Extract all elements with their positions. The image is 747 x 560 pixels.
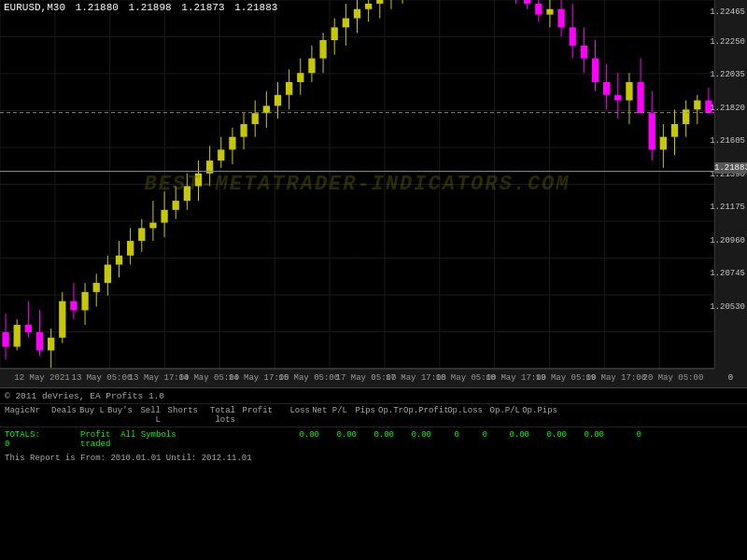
zero-label: 0 (714, 369, 747, 387)
report-note: This Report is From: 2010.01.01 Until: 2… (0, 452, 747, 465)
data-row: TOTALS: 0 Profit All Symbols traded 0.00… (0, 427, 747, 452)
symbol-timeframe: EURUSD (4, 2, 41, 13)
column-headers: MagicNr Deals Buy L Buy's Sell L Shorts … (0, 404, 747, 427)
current-price-line (0, 171, 714, 172)
row-loss: 0.00 (357, 430, 394, 449)
tf-label: M30 (47, 2, 65, 13)
col-optr-header: Op.Tr (375, 406, 403, 425)
time-label: 20 May 05:00 (643, 373, 704, 383)
col-loss-header: Loss (273, 406, 310, 425)
price-level-label: 1.22250 (710, 37, 745, 47)
price-level-label: 1.21605 (710, 136, 745, 146)
col-shorts-header: Shorts (161, 406, 198, 425)
row-deals (47, 430, 77, 449)
row-netpl: 0.00 (394, 430, 431, 449)
time-label: 13 May 05:00 (72, 373, 133, 383)
col-oppips-header: Op.Pips (520, 406, 557, 425)
col-lots-header: Total lots (198, 406, 235, 425)
col-sell-header: Sell L (133, 406, 161, 425)
col-netpl-header: Net P/L (310, 406, 347, 425)
col-deals-header: Deals (47, 406, 77, 425)
row-optr: 0 (459, 430, 487, 449)
price-level-label: 1.20745 (710, 269, 745, 278)
row-oploss: 0.00 (529, 430, 567, 449)
price-level-label: 1.22465 (710, 7, 745, 17)
col-magic-header: MagicNr (5, 406, 47, 425)
chart-container: EURUSD,M30 1.21880 1.21898 1.21873 1.218… (0, 0, 747, 560)
row-pips: 0 (431, 430, 459, 449)
chart-area: BEST-METATRADER-INDICATORS.COM (0, 0, 714, 369)
time-label: 19 May 17:00 (585, 373, 646, 383)
price-level-label: 1.22035 (710, 70, 745, 79)
price-level-label: 1.21820 (710, 104, 745, 113)
current-price-badge: 1.21883 (714, 162, 747, 174)
row-profit: 0.00 (319, 430, 357, 449)
col-buys-header: Buy's (105, 406, 133, 425)
row-oppips: 0 (604, 430, 641, 449)
watermark: BEST-METATRADER-INDICATORS.COM (144, 173, 570, 196)
col-buyl-header: Buy L (77, 406, 105, 425)
row-oppl: 0.00 (567, 430, 604, 449)
chart-header: EURUSD,M30 1.21880 1.21898 1.21873 1.218… (4, 2, 277, 13)
price-level-label: 1.21175 (710, 203, 745, 212)
row-buyl: Profit All Symbols traded (77, 430, 189, 449)
price-level-label: 1.20530 (710, 302, 745, 312)
price-high: 1.21898 (128, 2, 171, 13)
price-axis: 1.224651.222501.220351.218201.216051.213… (714, 0, 747, 369)
price-close: 1.21883 (234, 2, 277, 13)
price-low: 1.21873 (181, 2, 224, 13)
row-lots: 0.00 (282, 430, 319, 449)
ea-title: © 2011 deVries, EA Profits 1.0 (0, 388, 747, 404)
row-sell (217, 430, 245, 449)
row-buys (189, 430, 217, 449)
row-magic: TOTALS: 0 (5, 430, 47, 449)
time-label: 15 May 05:00 (278, 373, 339, 383)
info-panel: © 2011 deVries, EA Profits 1.0 MagicNr D… (0, 387, 747, 560)
price-open: 1.21880 (76, 2, 119, 13)
col-oploss-header: Op.Loss (445, 406, 483, 425)
row-opprofit: 0.00 (487, 430, 529, 449)
col-oppl-header: Op.P/L (483, 406, 520, 425)
col-pips-header: Pips (347, 406, 375, 425)
time-axis: 12 May 202113 May 05:0013 May 17:0014 Ma… (0, 369, 714, 387)
price-level-label: 1.20960 (710, 236, 745, 245)
col-profit-header: Profit (235, 406, 273, 425)
col-opprofit-header: Op.Profit (403, 406, 445, 425)
row-shorts (245, 430, 282, 449)
time-label: 12 May 2021 (14, 373, 69, 383)
